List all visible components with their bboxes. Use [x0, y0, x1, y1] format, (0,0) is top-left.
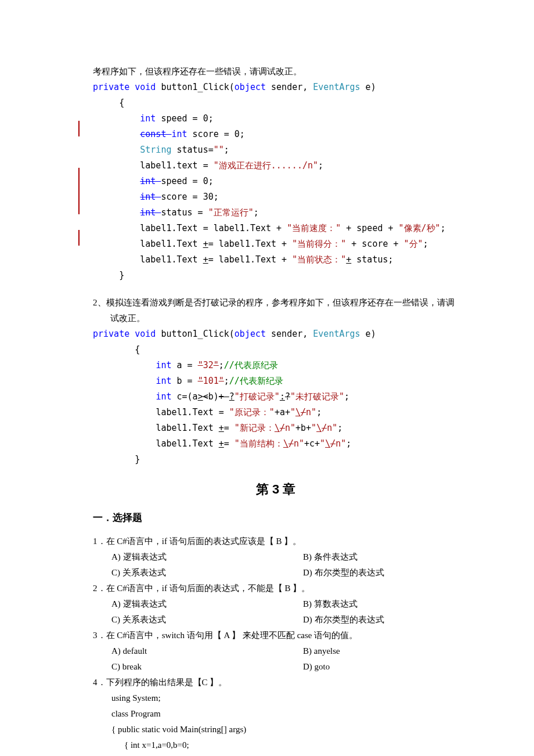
option-c: C) 关系表达式 [111, 565, 303, 581]
code-line: int b = "101";//代表新纪录 [93, 373, 459, 389]
code-line: int c=(a><b)+ ?"打破记录":?"未打破记录"; [93, 389, 459, 405]
option-a: A) default [111, 643, 303, 659]
code-brace: } [93, 452, 459, 467]
option-b: B) 算数表达式 [303, 596, 459, 612]
code-line: label1.Text = label1.Text + "当前速度：" + sp… [93, 221, 459, 236]
code-line: int score = 30; [93, 189, 459, 205]
code-line: label1.Text += "当前结构：\/n"+c+"\/n"; [93, 436, 459, 452]
revision-bar [78, 230, 80, 246]
mc-options: A) 逻辑表达式 B) 算数表达式 [93, 596, 459, 612]
option-c: C) 关系表达式 [111, 612, 303, 628]
mc-options: C) break D) goto [93, 659, 459, 675]
code-line: int status = "正常运行"; [93, 205, 459, 221]
code-line: { public static void Main(string[] args) [93, 722, 459, 737]
mc-options: A) default B) anyelse [93, 643, 459, 659]
mc-options: C) 关系表达式 D) 布尔类型的表达式 [93, 565, 459, 581]
option-b: B) anyelse [303, 643, 459, 659]
option-a: A) 逻辑表达式 [111, 549, 303, 565]
code-line: label1.Text += "新记录：\/n"+b+"\/n"; [93, 420, 459, 436]
mc-options: A) 逻辑表达式 B) 条件表达式 [93, 549, 459, 565]
mc-options: C) 关系表达式 D) 布尔类型的表达式 [93, 612, 459, 628]
code-line: int speed = 0; [93, 174, 459, 189]
answer: C [202, 678, 210, 687]
code-line: const int score = 0; [93, 127, 459, 142]
revision-bar [78, 121, 80, 136]
option-d: D) 布尔类型的表达式 [303, 565, 459, 581]
code-line: label1.Text += label1.Text + "当前得分：" + s… [93, 236, 459, 252]
code-line: int a = "32";//代表原纪录 [93, 358, 459, 373]
code-line: label1.Text += label1.Text + "当前状态："+ st… [93, 252, 459, 268]
code-brace: } [93, 268, 459, 283]
answer: A [223, 631, 229, 640]
code-line: private void button1_Click(object sender… [93, 326, 459, 342]
code-line: using System; [93, 690, 459, 706]
chapter-heading: 第 3 章 [93, 478, 459, 501]
code-line: private void button1_Click(object sender… [93, 80, 459, 95]
q2-text: 2、模拟连连看游戏判断是否打破记录的程序，参考程序如下，但该程序还存在一些错误，… [93, 295, 459, 326]
mc-question-3: 3．在 C#语言中，switch 语句用【 A 】 来处理不匹配 case 语句… [93, 628, 459, 643]
option-d: D) goto [303, 659, 459, 675]
option-c: C) break [111, 659, 303, 675]
mc-question-1: 1．在 C#语言中，if 语句后面的表达式应该是【 B 】。 [93, 534, 459, 549]
code-brace: { [93, 342, 459, 358]
mc-question-4: 4．下列程序的输出结果是【C 】。 [93, 675, 459, 690]
code-line: int speed = 0; [93, 111, 459, 127]
option-a: A) 逻辑表达式 [111, 596, 303, 612]
answer: B [284, 584, 290, 593]
revision-bar [78, 168, 80, 214]
code-line: { int x=1,a=0,b=0; [93, 737, 459, 753]
code-line: label1.text = "游戏正在进行....../n"; [93, 158, 459, 174]
code-line: label1.Text = "原记录："+a+"\/n"; [93, 405, 459, 420]
option-b: B) 条件表达式 [303, 549, 459, 565]
section-heading: 一．选择题 [93, 509, 459, 527]
intro-text: 考程序如下，但该程序还存在一些错误，请调试改正。 [93, 64, 459, 80]
code-line: class Program [93, 706, 459, 722]
code-line: String status=""; [93, 142, 459, 158]
mc-question-2: 2．在 C#语言中，if 语句后面的表达式，不能是【 B 】。 [93, 581, 459, 596]
code-brace: { [93, 95, 459, 111]
answer: B [276, 537, 282, 546]
option-d: D) 布尔类型的表达式 [303, 612, 459, 628]
page: 考程序如下，但该程序还存在一些错误，请调试改正。 private void bu… [0, 0, 534, 756]
